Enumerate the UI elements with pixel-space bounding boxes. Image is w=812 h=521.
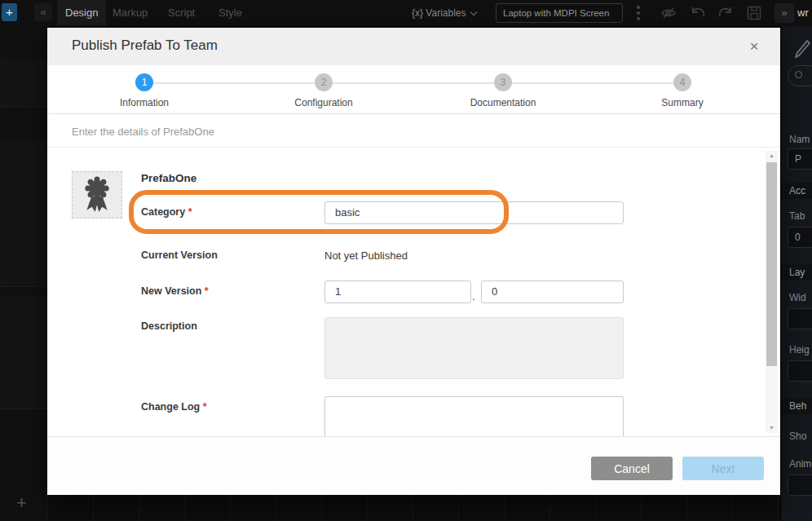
next-button[interactable]: Next	[682, 457, 764, 480]
step-number-badge: 1	[135, 73, 153, 91]
scroll-down-icon[interactable]: ▼	[766, 423, 778, 433]
change-log-label-text: Change Log	[141, 401, 200, 413]
device-selector-dropdown[interactable]: Laptop with MDPI Screen	[496, 3, 623, 23]
expand-right-icon[interactable]: »	[774, 3, 794, 23]
rosette-badge-icon	[73, 172, 121, 218]
property-label-height: Heig	[789, 344, 810, 355]
variables-menu[interactable]: {x} Variables	[412, 0, 476, 26]
description-label: Description	[141, 320, 197, 332]
more-options-icon[interactable]	[637, 6, 640, 20]
form-scrollbar[interactable]: ▲ ▼	[766, 151, 778, 433]
property-label-show: Sho	[789, 430, 806, 442]
step-number-badge: 3	[494, 73, 512, 91]
dialog-subtitle-row: Enter the details of PrefabOne	[47, 114, 780, 148]
top-toolbar: + « Design Markup Script Style {x} Varia…	[0, 0, 812, 26]
edit-pencil-icon[interactable]	[792, 39, 810, 60]
scroll-up-icon[interactable]: ▲	[766, 151, 778, 161]
tab-script[interactable]: Script	[160, 0, 203, 26]
prefab-name: PrefabOne	[141, 172, 196, 184]
section-accessibility[interactable]: Acc	[781, 183, 812, 199]
step-number-badge: 2	[315, 73, 333, 91]
dialog-subtitle: Enter the details of PrefabOne	[72, 126, 214, 138]
design-canvas	[47, 495, 780, 521]
new-version-label-text: New Version	[141, 285, 201, 297]
step-label: Documentation	[438, 97, 568, 108]
property-input-width[interactable]	[788, 308, 812, 329]
property-label-name: Nam	[789, 134, 810, 145]
clipped-toolbar-text: wr	[797, 0, 809, 26]
wizard-steps: 1 Information 2 Configuration 3 Document…	[47, 65, 780, 114]
undo-icon[interactable]	[689, 4, 707, 22]
left-sidebar: +	[0, 26, 47, 521]
preview-eye-off-icon[interactable]	[660, 4, 677, 22]
section-behavior[interactable]: Beh	[781, 398, 812, 414]
publish-prefab-dialog: Publish Prefab To Team × 1 Information 2…	[47, 28, 780, 495]
step-configuration[interactable]: 2 Configuration	[258, 73, 389, 108]
dialog-form: PrefabOne Category * basic Current Versi…	[47, 148, 780, 436]
tab-style[interactable]: Style	[210, 0, 250, 26]
property-label-width: Wid	[789, 292, 806, 303]
chevron-down-icon	[470, 9, 476, 15]
screen: + « Design Markup Script Style {x} Varia…	[0, 0, 812, 521]
current-version-label: Current Version	[141, 249, 218, 261]
prefab-icon-box	[72, 171, 122, 219]
dialog-header: Publish Prefab To Team ×	[47, 28, 780, 65]
properties-panel: Nam P Acc Tab 0 Lay Wid Heig Beh Sho Ani…	[780, 26, 812, 521]
required-asterisk: *	[188, 206, 192, 218]
add-widget-button[interactable]: +	[2, 3, 17, 21]
close-icon[interactable]: ×	[744, 37, 764, 56]
tab-markup[interactable]: Markup	[104, 0, 156, 26]
property-label-animation: Anim	[789, 458, 811, 470]
cancel-button[interactable]: Cancel	[591, 457, 673, 480]
required-asterisk: *	[203, 401, 207, 413]
property-search-box[interactable]	[788, 65, 812, 86]
category-input[interactable]: basic	[324, 201, 624, 224]
save-icon[interactable]	[745, 4, 763, 22]
version-separator: .	[472, 290, 475, 302]
tab-design[interactable]: Design	[57, 0, 106, 26]
search-icon	[795, 71, 802, 78]
step-label: Information	[79, 97, 210, 108]
step-summary[interactable]: 4 Summary	[617, 73, 748, 108]
current-version-value: Not yet Published	[324, 249, 408, 262]
add-page-button[interactable]: +	[16, 492, 27, 514]
property-input-animation[interactable]	[788, 475, 812, 496]
category-label: Category *	[141, 206, 192, 218]
step-number-badge: 4	[673, 73, 691, 91]
variables-label: {x} Variables	[412, 7, 466, 19]
new-version-label: New Version *	[141, 285, 209, 297]
device-selector-value: Laptop with MDPI Screen	[503, 8, 609, 18]
collapse-left-icon[interactable]: «	[34, 3, 52, 21]
step-label: Summary	[617, 97, 748, 108]
category-label-text: Category	[141, 206, 185, 218]
redo-icon[interactable]	[717, 4, 735, 22]
property-input-name[interactable]: P	[788, 148, 812, 170]
required-asterisk: *	[205, 285, 209, 297]
change-log-label: Change Log *	[141, 401, 207, 413]
dialog-title: Publish Prefab To Team	[72, 38, 218, 54]
property-input-height[interactable]	[788, 360, 812, 382]
scrollbar-thumb[interactable]	[766, 162, 777, 366]
description-textarea	[324, 317, 624, 379]
version-major-input[interactable]: 1	[324, 280, 471, 303]
step-information[interactable]: 1 Information	[79, 73, 210, 108]
property-input-tabindex[interactable]: 0	[788, 227, 812, 248]
change-log-textarea[interactable]	[324, 396, 624, 436]
property-label-tabindex: Tab	[789, 210, 805, 222]
section-layout[interactable]: Lay	[781, 264, 812, 280]
version-minor-input[interactable]: 0	[481, 280, 624, 303]
dialog-footer: Cancel Next	[47, 436, 780, 495]
step-label: Configuration	[258, 97, 389, 108]
step-documentation[interactable]: 3 Documentation	[438, 73, 568, 108]
